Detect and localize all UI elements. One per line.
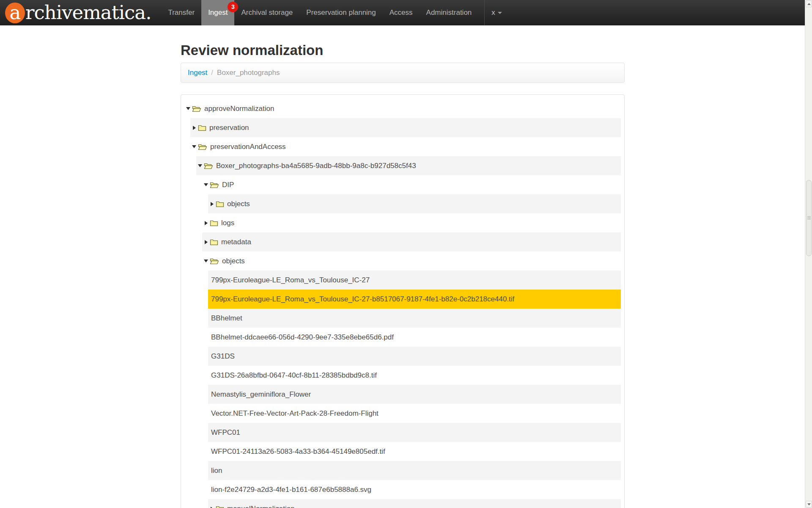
folder-icon xyxy=(216,505,224,508)
tree-folder-row[interactable]: objects xyxy=(208,194,621,213)
tree-row-label: manualNormalization xyxy=(227,505,295,508)
scrollbar-grip-icon xyxy=(807,216,811,220)
expander-icon[interactable] xyxy=(191,126,197,130)
nav-link-administration[interactable]: Administration xyxy=(420,0,479,25)
scroll-down-icon xyxy=(807,503,811,505)
nav-item-transfer: Transfer xyxy=(161,0,201,25)
scrollbar[interactable] xyxy=(805,0,812,508)
tree-row-label: objects xyxy=(227,200,250,208)
tree-folder-row[interactable]: objects xyxy=(202,251,621,271)
expander-icon[interactable] xyxy=(203,183,209,186)
tree-file-row[interactable]: 799px-Euroleague-LE_Roma_vs_Toulouse_IC-… xyxy=(208,271,621,290)
logo-text: rchivematica. xyxy=(25,0,151,25)
nav-item-administration: Administration xyxy=(420,0,479,25)
tree-row-label: Nemastylis_geminiflora_Flower xyxy=(208,390,311,399)
tree-folder-row[interactable]: preservation xyxy=(190,118,621,137)
tree-row-label: Vector.NET-Free-Vector-Art-Pack-28-Freed… xyxy=(208,409,379,418)
nav-link-ingest[interactable]: Ingest3 xyxy=(201,0,234,25)
folder-icon xyxy=(198,124,206,131)
user-menu: x xyxy=(484,0,509,25)
expander-icon[interactable] xyxy=(209,202,215,206)
nav-item-access: Access xyxy=(383,0,420,25)
tree-row-label: lion-f2e24729-a2d3-4fe1-b161-687e6b5888a… xyxy=(208,486,371,494)
tree-folder-row[interactable]: logs xyxy=(202,213,621,232)
folder-icon xyxy=(192,105,201,112)
breadcrumb: Ingest / Boxer_photographs xyxy=(181,63,625,83)
tree-folder-row[interactable]: approveNormalization xyxy=(184,99,621,118)
tree-folder-row[interactable]: DIP xyxy=(202,175,621,194)
nav-item-ingest: Ingest3 xyxy=(201,0,234,25)
nav-link-preservation-planning[interactable]: Preservation planning xyxy=(299,0,382,25)
tree-row-label: preservation xyxy=(209,124,249,132)
folder-icon xyxy=(210,219,218,226)
tree-row-label: preservationAndAccess xyxy=(210,143,286,151)
nav-item-preservation-planning: Preservation planning xyxy=(299,0,382,25)
tree-row-label: BBhelmet-ddcaee66-056d-4290-9ee7-335e8eb… xyxy=(208,333,394,342)
tree-row-label: G31DS-26a8bfbd-0647-40cf-8b11-28385bdbd9… xyxy=(208,371,377,380)
folder-icon xyxy=(210,238,218,246)
folder-icon xyxy=(210,257,219,265)
tree-file-row[interactable]: lion-f2e24729-a2d3-4fe1-b161-687e6b5888a… xyxy=(208,480,621,499)
page-title: Review normalization xyxy=(181,42,625,58)
tree-file-row[interactable]: BBhelmet-ddcaee66-056d-4290-9ee7-335e8eb… xyxy=(208,328,621,347)
logo-a-circle: a xyxy=(5,3,25,23)
tree-folder-row[interactable]: preservationAndAccess xyxy=(190,137,621,156)
tree-file-row[interactable]: WFPC01-24113a26-5083-4a33-b364-45149e805… xyxy=(208,442,621,461)
chevron-down-icon xyxy=(498,12,502,14)
archivematica-logo[interactable]: archivematica. xyxy=(0,0,161,25)
tree-row-label: WFPC01 xyxy=(208,428,240,437)
normalization-file-tree: approveNormalization preservation xyxy=(181,94,625,508)
tree-file-row[interactable]: G31DS xyxy=(208,347,621,366)
expander-icon[interactable] xyxy=(185,107,191,110)
main-content: Review normalization Ingest / Boxer_phot… xyxy=(181,25,625,508)
tree-row-label: lion xyxy=(208,467,222,475)
breadcrumb-current: Boxer_photographs xyxy=(217,69,280,77)
expander-icon[interactable] xyxy=(203,221,209,225)
tree-file-row[interactable]: lion xyxy=(208,461,621,480)
tree-file-row[interactable]: 799px-Euroleague-LE_Roma_vs_Toulouse_IC-… xyxy=(208,290,621,309)
tree-file-row[interactable]: Vector.NET-Free-Vector-Art-Pack-28-Freed… xyxy=(208,404,621,423)
scrollbar-thumb[interactable] xyxy=(806,180,812,256)
breadcrumb-ingest-link[interactable]: Ingest xyxy=(188,69,207,77)
nav-link-transfer[interactable]: Transfer xyxy=(161,0,201,25)
nav-link-access[interactable]: Access xyxy=(383,0,420,25)
tree-row-label: DIP xyxy=(222,181,234,189)
expander-icon[interactable] xyxy=(203,260,209,262)
folder-icon xyxy=(216,200,224,207)
tree-row-label: metadata xyxy=(221,238,251,246)
folder-icon xyxy=(204,162,213,169)
expander-icon[interactable] xyxy=(203,240,209,244)
tree-row-label: objects xyxy=(222,257,245,265)
tree-row-label: BBhelmet xyxy=(208,314,242,323)
folder-icon xyxy=(198,143,207,150)
tree-file-row[interactable]: Nemastylis_geminiflora_Flower xyxy=(208,385,621,404)
folder-icon xyxy=(210,181,219,188)
scroll-down-button[interactable] xyxy=(806,501,812,508)
tree-row-label: logs xyxy=(221,219,234,227)
breadcrumb-divider: / xyxy=(207,69,217,77)
expander-icon[interactable] xyxy=(191,145,197,148)
user-dropdown-label: x xyxy=(491,8,495,17)
scroll-up-button[interactable] xyxy=(806,0,812,7)
expander-icon[interactable] xyxy=(197,164,203,167)
tree-file-row[interactable]: BBhelmet xyxy=(208,309,621,328)
tree-row-label: approveNormalization xyxy=(204,105,274,113)
tree-file-row[interactable]: WFPC01 xyxy=(208,423,621,442)
top-navbar: archivematica. TransferIngest3Archival s… xyxy=(0,0,805,25)
nav-item-archival-storage: Archival storage xyxy=(234,0,299,25)
user-dropdown[interactable]: x xyxy=(485,0,509,25)
user-menu-item: x xyxy=(485,0,509,25)
tree-row-label: Boxer_photographs-ba4a5685-9adb-48bb-9a8… xyxy=(216,162,416,170)
nav-link-archival-storage[interactable]: Archival storage xyxy=(234,0,299,25)
nav-menu: TransferIngest3Archival storagePreservat… xyxy=(161,0,478,25)
tree-folder-row[interactable]: Boxer_photographs-ba4a5685-9adb-48bb-9a8… xyxy=(196,156,621,175)
tree-folder-row[interactable]: manualNormalization xyxy=(208,499,621,508)
tree-file-row[interactable]: G31DS-26a8bfbd-0647-40cf-8b11-28385bdbd9… xyxy=(208,366,621,385)
tree-row-label: 799px-Euroleague-LE_Roma_vs_Toulouse_IC-… xyxy=(208,276,370,284)
tree-row-label: 799px-Euroleague-LE_Roma_vs_Toulouse_IC-… xyxy=(208,295,514,304)
scroll-up-icon xyxy=(807,3,811,5)
expander-icon[interactable] xyxy=(209,507,215,508)
tree-row-label: G31DS xyxy=(208,352,235,361)
tree-row-label: WFPC01-24113a26-5083-4a33-b364-45149e805… xyxy=(208,447,385,456)
tree-folder-row[interactable]: metadata xyxy=(202,232,621,251)
